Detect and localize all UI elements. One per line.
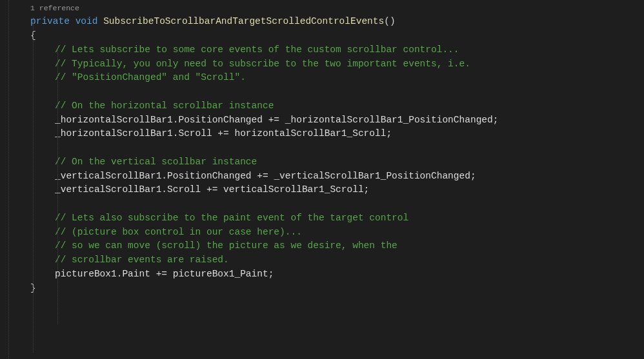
code-line[interactable] (0, 197, 644, 211)
semicolon: ; (364, 184, 370, 195)
method-name: SubscribeToScrollbarAndTargetScrolledCon… (103, 16, 384, 26)
code-line[interactable]: _verticalScrollBar1.PositionChanged += _… (0, 170, 644, 184)
comment: // On the vertical scollbar instance (55, 157, 257, 167)
code-line[interactable]: // "PositionChanged" and "Scroll". (0, 71, 644, 85)
member-event: Scroll (178, 128, 212, 139)
code-line[interactable]: // so we can move (scroll) the picture a… (0, 239, 644, 253)
keyword-type: void (75, 16, 98, 26)
pluseq-op: += (263, 115, 285, 125)
pluseq-op: += (201, 184, 223, 195)
dot-op: . (161, 171, 167, 181)
semicolon: ; (268, 269, 274, 279)
pluseq-op: += (150, 269, 173, 279)
field-ref: _verticalScrollBar1 (55, 184, 161, 195)
code-line[interactable]: // Lets also subscribe to the paint even… (0, 211, 644, 226)
comment: // Typically, you only need to subscribe… (55, 59, 470, 69)
field-ref: _horizontalScrollBar1 (55, 115, 173, 125)
code-line[interactable]: // (picture box control in our case here… (0, 226, 644, 240)
comment: // Lets also subscribe to the paint even… (55, 213, 408, 223)
field-ref: _horizontalScrollBar1 (55, 128, 173, 139)
pluseq-op: += (252, 171, 274, 181)
handler-ref: pictureBox1_Paint (173, 269, 268, 279)
handler-ref: horizontalScrollBar1_Scroll (234, 128, 386, 139)
handler-ref: _verticalScrollBar1_PositionChanged (274, 171, 470, 181)
code-line[interactable]: private void SubscribeToScrollbarAndTarg… (0, 15, 644, 29)
code-line[interactable] (0, 141, 644, 155)
code-line[interactable]: // Typically, you only need to subscribe… (0, 57, 644, 72)
member-event: PositionChanged (178, 115, 263, 125)
comment: // Lets subscribe to some core events of… (55, 44, 459, 55)
codelens-references[interactable]: 1 reference (0, 3, 644, 14)
indent-guide (57, 47, 58, 324)
comment: // "PositionChanged" and "Scroll". (55, 72, 246, 82)
code-line[interactable]: // Lets subscribe to some core events of… (0, 43, 644, 57)
handler-ref: verticalScrollBar1_Scroll (223, 184, 364, 195)
code-line[interactable]: } (0, 282, 644, 296)
indent-guide (33, 17, 34, 353)
code-line[interactable] (0, 85, 644, 99)
code-line[interactable]: { (0, 29, 644, 43)
code-line[interactable]: _verticalScrollBar1.Scroll += verticalSc… (0, 183, 644, 197)
semicolon: ; (470, 171, 476, 181)
semicolon: ; (386, 128, 392, 139)
member-event: Scroll (167, 184, 201, 195)
dot-op: . (161, 184, 167, 195)
comment: // scrollbar events are raised. (55, 255, 229, 265)
code-line[interactable]: // On the horizontal scrollbar instance (0, 99, 644, 113)
comment: // On the horizontal scrollbar instance (55, 101, 274, 111)
code-line[interactable]: // scrollbar events are raised. (0, 253, 644, 267)
indent-guide (8, 0, 9, 359)
code-line[interactable]: _horizontalScrollBar1.PositionChanged +=… (0, 113, 644, 128)
code-line[interactable]: pictureBox1.Paint += pictureBox1_Paint; (0, 267, 644, 282)
semicolon: ; (493, 115, 499, 125)
comment: // (picture box control in our case here… (55, 227, 302, 237)
code-line[interactable]: // On the vertical scollbar instance (0, 155, 644, 170)
keyword-modifier: private (30, 16, 70, 26)
member-event: Paint (122, 269, 150, 279)
handler-ref: _horizontalScrollBar1_PositionChanged (285, 115, 493, 125)
parens: () (384, 16, 395, 26)
code-line[interactable]: _horizontalScrollBar1.Scroll += horizont… (0, 127, 644, 141)
field-ref: pictureBox1 (55, 269, 117, 279)
comment: // so we can move (scroll) the picture a… (55, 240, 397, 251)
member-event: PositionChanged (167, 171, 252, 181)
field-ref: _verticalScrollBar1 (55, 171, 161, 181)
pluseq-op: += (212, 128, 235, 139)
code-editor[interactable]: 1 reference private void SubscribeToScro… (0, 0, 644, 295)
